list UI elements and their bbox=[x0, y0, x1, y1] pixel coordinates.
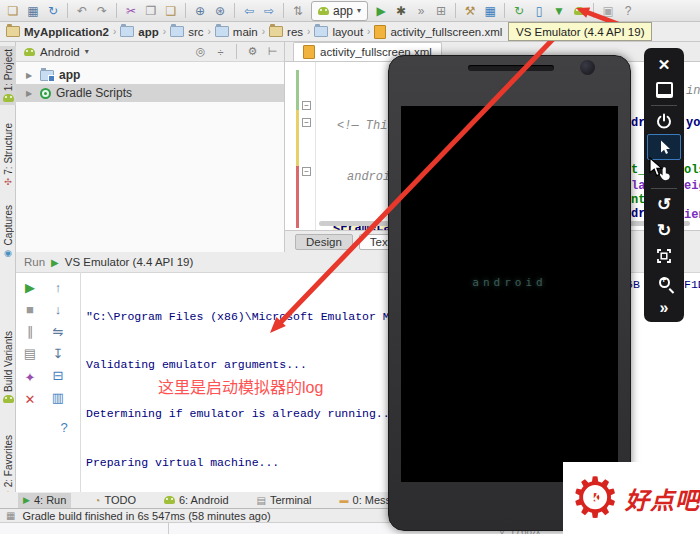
breadcrumb-res[interactable]: res bbox=[269, 26, 303, 38]
android-head-icon bbox=[318, 7, 329, 15]
emulator-more-button[interactable]: » bbox=[647, 295, 681, 321]
emulator-fit-screen-button[interactable] bbox=[647, 243, 681, 269]
expand-chevron-icon[interactable]: ▶ bbox=[26, 71, 35, 80]
tab-run[interactable]: ▶ 4: Run bbox=[18, 493, 71, 508]
project-structure-icon[interactable]: ▦ bbox=[481, 2, 499, 20]
rerun-button[interactable]: ▶ bbox=[20, 278, 40, 296]
breadcrumb-label: res bbox=[287, 26, 303, 38]
device-monitor-icon[interactable]: ▯ bbox=[530, 2, 548, 20]
breadcrumb-project[interactable]: MyApplication2 bbox=[6, 26, 109, 38]
emulator-power-button[interactable] bbox=[647, 108, 681, 134]
xml-file-icon bbox=[303, 45, 315, 59]
restart-activity-button[interactable]: ✦ bbox=[20, 368, 40, 386]
breadcrumb-main[interactable]: main bbox=[215, 26, 258, 38]
sdk-manager-icon[interactable] bbox=[570, 2, 588, 20]
tab-terminal[interactable]: ▤ Terminal bbox=[252, 493, 317, 508]
fold-marker[interactable]: − bbox=[302, 101, 311, 110]
emulator-rotate-right-button[interactable]: ↻ bbox=[647, 217, 681, 243]
attach-debugger-icon[interactable]: » bbox=[412, 2, 430, 20]
android-boot-logo: android bbox=[401, 276, 618, 289]
locate-file-icon[interactable]: ◎ bbox=[193, 45, 208, 58]
android-head-icon bbox=[574, 7, 585, 15]
forward-icon[interactable]: ⇨ bbox=[260, 2, 278, 20]
scroll-to-end-button[interactable]: ↧ bbox=[48, 344, 68, 362]
run-label: Run bbox=[24, 256, 45, 268]
show-console-button[interactable]: ▤ bbox=[20, 344, 40, 362]
sidebar-tab-build-variants[interactable]: Build Variants bbox=[0, 328, 16, 406]
emulator-minimize-button[interactable] bbox=[647, 77, 681, 103]
cut-icon[interactable]: ✂ bbox=[122, 2, 140, 20]
soft-wrap-button[interactable]: ⇋ bbox=[48, 322, 68, 340]
collapse-all-icon[interactable]: ÷ bbox=[213, 46, 228, 58]
sidebar-tab-label: Captures bbox=[3, 205, 14, 246]
fold-marker[interactable]: − bbox=[302, 118, 311, 127]
avd-manager-icon[interactable]: ▼ bbox=[550, 2, 568, 20]
folder-icon bbox=[215, 26, 229, 37]
sidebar-tab-project[interactable]: 1: Project bbox=[0, 46, 16, 105]
run-icon[interactable]: ▶ bbox=[372, 2, 390, 20]
debug-icon[interactable]: ✱ bbox=[392, 2, 410, 20]
emulator-zoom-button[interactable] bbox=[647, 269, 681, 295]
sync-files-icon[interactable]: ↻ bbox=[44, 2, 62, 20]
change-bar-deleted bbox=[296, 166, 299, 228]
emulator-cursor-mode-button[interactable] bbox=[647, 134, 681, 160]
vs-emulator-toolbar-button[interactable]: ▣ bbox=[599, 2, 617, 20]
sidebar-tab-structure[interactable]: 7: Structure ✣ bbox=[0, 120, 16, 190]
save-icon[interactable]: ▦ bbox=[24, 2, 42, 20]
toolbar-separator bbox=[593, 3, 594, 18]
hide-panel-icon[interactable]: ⊢ bbox=[265, 45, 280, 58]
breadcrumb-layout[interactable]: layout bbox=[314, 26, 363, 38]
tree-item-gradle-scripts[interactable]: ▶ Gradle Scripts bbox=[16, 84, 284, 102]
prev-occurrence-button[interactable]: ↑ bbox=[48, 278, 68, 296]
zoom-icon[interactable]: ⊕ bbox=[191, 2, 209, 20]
tab-android[interactable]: 6: Android bbox=[159, 493, 234, 508]
breadcrumb-app[interactable]: app bbox=[120, 26, 158, 38]
breadcrumb-chevron-icon: › bbox=[113, 26, 116, 37]
fold-marker[interactable]: − bbox=[302, 167, 311, 176]
gear-logo-icon: ⚙ k bbox=[569, 472, 621, 524]
find-icon[interactable]: ⊛ bbox=[211, 2, 229, 20]
copy-icon[interactable]: ❐ bbox=[142, 2, 160, 20]
toggle-stripes-icon[interactable]: ▦ bbox=[6, 510, 15, 521]
breadcrumb-label: layout bbox=[332, 26, 363, 38]
project-view-selector[interactable]: Android bbox=[40, 46, 80, 58]
toolbar-separator bbox=[504, 3, 505, 18]
device-add-icon[interactable]: ⊞ bbox=[432, 2, 450, 20]
emulator-touch-mode-button[interactable] bbox=[647, 160, 681, 186]
print-button[interactable]: ⊟ bbox=[48, 366, 68, 384]
help-icon[interactable]: ? bbox=[54, 418, 74, 436]
wrench-icon[interactable]: ⚒ bbox=[461, 2, 479, 20]
emulator-close-button[interactable]: ✕ bbox=[647, 51, 681, 77]
breadcrumb-src[interactable]: src bbox=[170, 26, 203, 38]
run-config-label: app bbox=[333, 4, 353, 18]
help-icon[interactable]: ? bbox=[619, 2, 637, 20]
emulator-screen[interactable]: android bbox=[401, 106, 618, 482]
redo-icon[interactable]: ↷ bbox=[93, 2, 111, 20]
module-folder-icon bbox=[40, 70, 54, 81]
code-fragment: ing bbox=[686, 84, 700, 98]
clear-all-button[interactable]: ▥ bbox=[48, 388, 68, 406]
open-folder-icon[interactable]: ❏ bbox=[4, 2, 22, 20]
paste-icon[interactable]: ❑ bbox=[162, 2, 180, 20]
undo-icon[interactable]: ↶ bbox=[73, 2, 91, 20]
toolbar-separator bbox=[236, 44, 237, 59]
tree-item-app[interactable]: ▶ app bbox=[16, 66, 284, 84]
emulator-rotate-left-button[interactable]: ↺ bbox=[647, 191, 681, 217]
tab-design[interactable]: Design bbox=[295, 234, 353, 250]
editor-gutter: − − − bbox=[285, 62, 316, 230]
gradle-sync-icon[interactable]: ↻ bbox=[510, 2, 528, 20]
back-icon[interactable]: ⇦ bbox=[240, 2, 258, 20]
run-config-dropdown[interactable]: app ▾ bbox=[311, 1, 368, 21]
pause-output-button[interactable]: ∥ bbox=[20, 322, 40, 340]
sidebar-tab-captures[interactable]: Captures ◉ bbox=[0, 202, 16, 261]
toolbar-separator bbox=[234, 3, 235, 18]
tab-todo[interactable]: ◔ TODO bbox=[89, 493, 141, 508]
next-occurrence-button[interactable]: ↓ bbox=[48, 300, 68, 318]
breadcrumb-file[interactable]: activity_fullscreen.xml bbox=[374, 25, 502, 39]
close-console-button[interactable]: ✕ bbox=[20, 390, 40, 408]
gear-icon[interactable]: ⚙ bbox=[245, 45, 260, 58]
sort-icon[interactable]: ⇅ bbox=[289, 2, 307, 20]
stop-button[interactable]: ■ bbox=[20, 300, 40, 318]
expand-chevron-icon[interactable]: ▶ bbox=[26, 89, 35, 98]
code-line: androi bbox=[347, 170, 390, 184]
